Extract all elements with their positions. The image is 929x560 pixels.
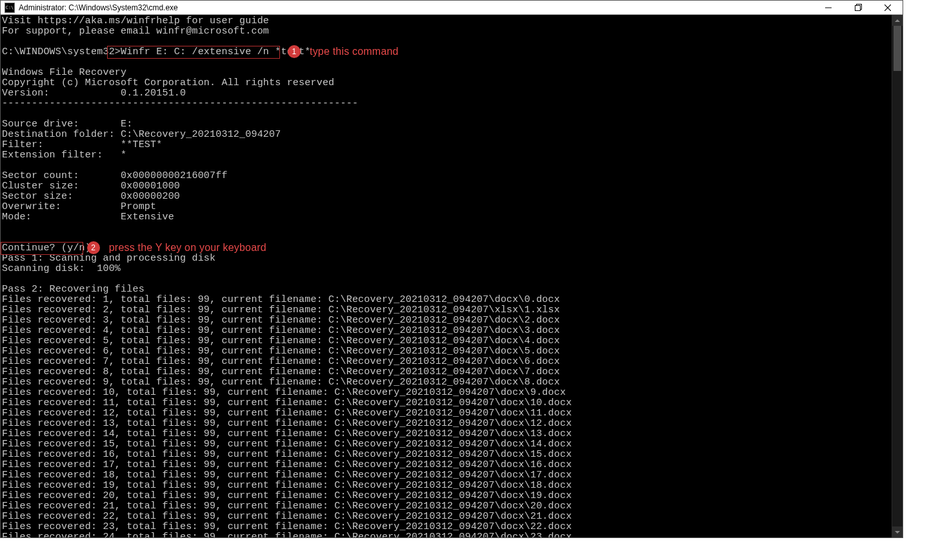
scroll-up-button[interactable] xyxy=(892,15,903,26)
minimize-icon xyxy=(825,5,832,11)
minimize-button[interactable] xyxy=(814,1,843,15)
callout-badge-2: 2 xyxy=(87,241,100,254)
terminal-output[interactable]: Visit https://aka.ms/winfrhelp for user … xyxy=(1,15,892,537)
scroll-down-button[interactable] xyxy=(892,526,903,537)
scrollbar[interactable] xyxy=(892,15,903,537)
callout-badge-1: 1 xyxy=(288,45,301,58)
cmd-window: C:\ Administrator: C:\Windows\System32\c… xyxy=(0,0,903,538)
highlight-box-command xyxy=(107,46,280,59)
callout-1: 1type this command xyxy=(288,45,399,58)
callout-text-1: type this command xyxy=(310,46,399,57)
callout-text-2: press the Y key on your keyboard xyxy=(109,243,266,253)
scroll-track[interactable] xyxy=(892,26,903,526)
callout-2: 2press the Y key on your keyboard xyxy=(87,241,266,254)
svg-rect-2 xyxy=(855,6,860,11)
window-title: Administrator: C:\Windows\System32\cmd.e… xyxy=(19,3,178,12)
maximize-button[interactable] xyxy=(843,1,873,15)
restore-icon xyxy=(855,4,862,11)
titlebar[interactable]: C:\ Administrator: C:\Windows\System32\c… xyxy=(1,1,903,15)
highlight-box-continue xyxy=(1,242,83,255)
scroll-thumb[interactable] xyxy=(894,26,901,71)
arrow-up-icon xyxy=(895,19,900,22)
close-button[interactable] xyxy=(873,1,903,15)
arrow-down-icon xyxy=(895,531,900,534)
cmd-icon: C:\ xyxy=(5,3,15,13)
close-icon xyxy=(884,5,891,11)
